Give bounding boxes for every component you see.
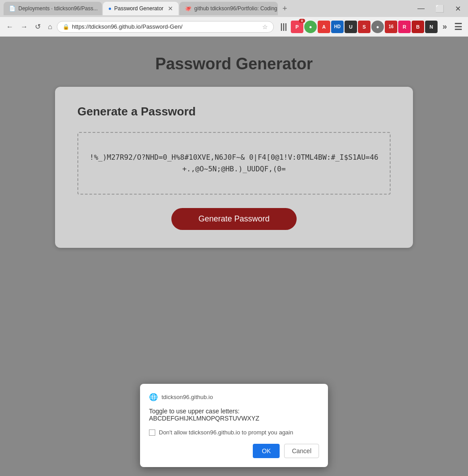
tab-close-password-gen[interactable]: ✕ <box>168 5 173 12</box>
bookmark-icon[interactable]: ☆ <box>262 23 268 30</box>
green-ext-icon[interactable]: ● <box>304 21 317 33</box>
lock-icon: 🔒 <box>63 24 69 30</box>
dialog-site: tdickson96.github.io <box>162 394 213 400</box>
tab-favicon: 📄 <box>9 5 16 12</box>
tab-deployments[interactable]: 📄 Deployments · tdickson96/Pass... ✕ <box>4 2 102 15</box>
close-button[interactable]: ✕ <box>451 3 464 15</box>
darkred-ext-icon[interactable]: B <box>412 21 424 33</box>
hd-icon[interactable]: HD <box>331 21 344 33</box>
dialog-cancel-button[interactable]: Cancel <box>284 444 319 458</box>
tab-bar: 📄 Deployments · tdickson96/Pass... ✕ ● P… <box>0 0 468 17</box>
page-content: Password Generator Generate a Password !… <box>0 37 468 476</box>
pink-ext-icon[interactable]: R <box>398 21 411 33</box>
badge-ext-icon[interactable]: 16 <box>385 21 397 33</box>
sp-icon[interactable]: S <box>358 21 370 33</box>
tab-password-gen[interactable]: ● Password Generator ✕ <box>103 2 179 15</box>
forward-button[interactable]: → <box>18 21 30 33</box>
gray-ext-icon[interactable]: ● <box>371 21 384 33</box>
address-bar[interactable]: 🔒 ☆ <box>57 21 274 33</box>
reload-button[interactable]: ↺ <box>32 21 43 33</box>
home-button[interactable]: ⌂ <box>45 21 55 33</box>
window-controls: — ⬜ ✕ <box>414 3 464 15</box>
url-input[interactable] <box>72 23 260 30</box>
toolbar-icons: ||| P 0 ● A HD U S ● 16 R B N » ☰ <box>277 21 464 33</box>
library-icon[interactable]: ||| <box>277 21 290 33</box>
browser-chrome: 📄 Deployments · tdickson96/Pass... ✕ ● P… <box>0 0 468 37</box>
more-extensions-icon[interactable]: » <box>438 21 451 33</box>
shoe-ext-icon[interactable]: N <box>425 21 438 33</box>
pocket-badge: 0 <box>299 19 305 23</box>
tab-portfolio[interactable]: 🐙 github tdickson96/Portfolio: Coding p.… <box>179 2 278 15</box>
maximize-button[interactable]: ⬜ <box>432 3 448 15</box>
dialog-header: 🌐 tdickson96.github.io <box>149 393 319 401</box>
dialog-message: Toggle to use upper case letters: ABCDEF… <box>149 408 319 422</box>
globe-icon: 🌐 <box>149 393 158 401</box>
tab-favicon-active: ● <box>108 5 111 12</box>
dialog-checkbox-label: Don't allow tdickson96.github.io to prom… <box>159 429 293 436</box>
browser-menu-icon[interactable]: ☰ <box>452 21 464 33</box>
tab-label-active: Password Generator <box>114 5 163 12</box>
dialog-ok-button[interactable]: OK <box>253 444 280 458</box>
pocket-icon[interactable]: P 0 <box>291 21 303 33</box>
adobe-icon[interactable]: A <box>318 21 330 33</box>
dialog-overlay: 🌐 tdickson96.github.io Toggle to use upp… <box>0 37 468 476</box>
tab-label: Deployments · tdickson96/Pass... <box>18 5 98 12</box>
minimize-button[interactable]: — <box>414 3 428 14</box>
dialog-actions: OK Cancel <box>149 444 319 458</box>
dark-ext-icon[interactable]: U <box>345 21 357 33</box>
back-button[interactable]: ← <box>4 21 16 33</box>
tab-label-portfolio: github tdickson96/Portfolio: Coding p... <box>194 5 278 12</box>
dialog-checkbox-row: Don't allow tdickson96.github.io to prom… <box>149 429 319 436</box>
prompt-dialog: 🌐 tdickson96.github.io Toggle to use upp… <box>140 384 328 467</box>
nav-bar: ← → ↺ ⌂ 🔒 ☆ ||| P 0 ● A HD U S ● 16 R B <box>0 17 468 37</box>
dialog-checkbox[interactable] <box>149 429 155 436</box>
new-tab-button[interactable]: + <box>279 4 291 13</box>
tab-favicon-portfolio: 🐙 <box>185 5 191 12</box>
